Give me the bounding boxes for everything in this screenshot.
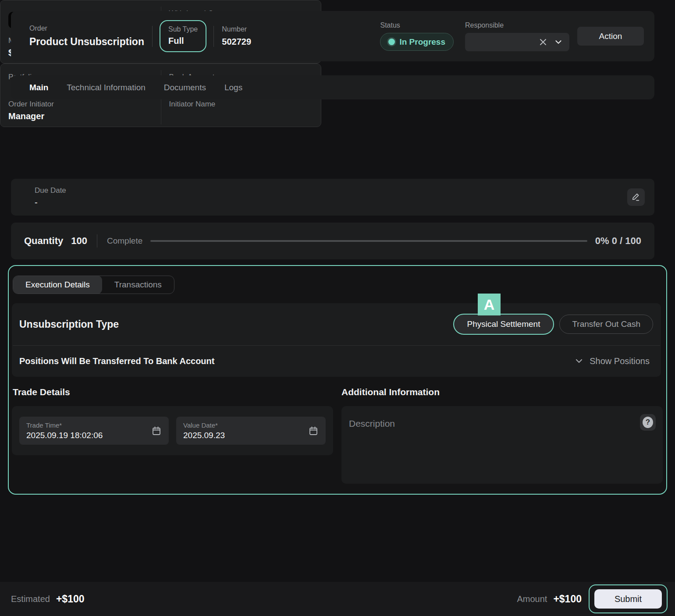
status-dot-icon <box>388 39 395 45</box>
tab-transactions[interactable]: Transactions <box>102 276 174 294</box>
initiator-name-value <box>169 111 313 122</box>
order-label: Order <box>29 25 144 32</box>
unsubscription-type-panel: Unsubscription Type Physical Settlement … <box>12 303 661 377</box>
value-date-field[interactable]: Value Date* 2025.09.23 <box>176 417 326 445</box>
order-initiator-label: Order Initiator <box>8 100 153 109</box>
trade-time-field[interactable]: Trade Time* 2025.09.19 18:02:06 <box>19 417 169 445</box>
number-label: Number <box>222 25 251 33</box>
responsible-select[interactable] <box>465 33 569 51</box>
quantity-value: 100 <box>71 235 87 247</box>
initiator-name-label: Initiator Name <box>169 100 313 109</box>
transfer-out-cash-button[interactable]: Transfer Out Cash <box>559 315 653 334</box>
chevron-down-icon <box>574 356 584 366</box>
additional-information-panel: ? <box>341 406 663 484</box>
status-label: Status <box>380 21 454 29</box>
additional-information-heading: Additional Information <box>341 387 440 397</box>
execution-section: Execution Details Transactions A Unsubsc… <box>8 265 667 495</box>
due-date-row: Due Date - <box>11 179 654 216</box>
quantity-label: Quantity <box>24 235 63 247</box>
value-date-value: 2025.09.23 <box>183 431 308 440</box>
trade-details-panel: Trade Time* 2025.09.19 18:02:06 Value Da… <box>12 406 333 455</box>
status-value: In Progress <box>399 37 445 47</box>
question-icon: ? <box>643 417 653 428</box>
amount-label: Amount <box>517 594 547 604</box>
calendar-icon[interactable] <box>308 425 319 436</box>
trade-details-heading: Trade Details <box>13 387 70 397</box>
divider <box>97 234 97 248</box>
clear-icon[interactable] <box>539 38 547 46</box>
responsible-label: Responsible <box>465 21 569 29</box>
subtype-value: Full <box>168 36 198 46</box>
divider <box>213 26 214 47</box>
value-date-label: Value Date* <box>183 421 308 429</box>
execution-tabs: Execution Details Transactions <box>13 276 174 294</box>
show-positions-label: Show Positions <box>590 356 650 366</box>
amount-value: +$100 <box>553 593 582 605</box>
estimated-value: +$100 <box>56 593 85 605</box>
order-title: Product Unsubscription <box>29 36 144 48</box>
progress-text: 0% 0 / 100 <box>595 235 641 247</box>
order-page: Order Product Unsubscription Sub Type Fu… <box>0 0 675 616</box>
tab-execution-details[interactable]: Execution Details <box>13 276 102 294</box>
trade-time-label: Trade Time* <box>26 421 151 429</box>
tab-technical-information[interactable]: Technical Information <box>67 83 146 92</box>
submit-highlight-ring: Submit <box>589 584 668 613</box>
description-help-button[interactable]: ? <box>640 414 656 431</box>
chevron-down-icon[interactable] <box>554 37 563 47</box>
tab-documents[interactable]: Documents <box>164 83 206 92</box>
trade-time-value: 2025.09.19 18:02:06 <box>26 431 151 440</box>
pencil-icon <box>631 192 641 202</box>
estimated-label: Estimated <box>11 594 50 604</box>
edit-due-date-button[interactable] <box>627 188 645 206</box>
progress-bar <box>150 240 587 242</box>
action-button[interactable]: Action <box>577 27 644 46</box>
footer-bar: Estimated +$100 Amount +$100 Submit <box>0 582 675 616</box>
tab-logs[interactable]: Logs <box>224 83 242 92</box>
subtype-label: Sub Type <box>168 25 198 33</box>
complete-label: Complete <box>107 236 142 246</box>
calendar-icon[interactable] <box>151 425 162 436</box>
submit-button[interactable]: Submit <box>594 589 662 609</box>
unsubscription-type-heading: Unsubscription Type <box>19 319 119 330</box>
main-tabbar: Main Technical Information Documents Log… <box>11 75 654 99</box>
description-input[interactable] <box>341 406 663 484</box>
physical-settlement-button[interactable]: Physical Settlement <box>453 314 554 335</box>
status-badge: In Progress <box>380 33 454 51</box>
divider <box>152 26 153 47</box>
positions-transfer-text: Positions Will Be Transferred To Bank Ac… <box>19 356 214 366</box>
annotation-badge-a: A <box>478 294 501 315</box>
tab-main[interactable]: Main <box>29 83 48 92</box>
quantity-row: Quantity 100 Complete 0% 0 / 100 <box>11 223 654 259</box>
subtype-highlight-box: Sub Type Full <box>160 20 206 52</box>
order-number: 502729 <box>222 37 251 47</box>
order-header: Order Product Unsubscription Sub Type Fu… <box>11 11 654 61</box>
due-date-label: Due Date <box>35 186 66 195</box>
order-initiator-value: Manager <box>8 111 153 122</box>
show-positions-toggle[interactable]: Show Positions <box>574 356 650 366</box>
due-date-value: - <box>35 198 66 208</box>
